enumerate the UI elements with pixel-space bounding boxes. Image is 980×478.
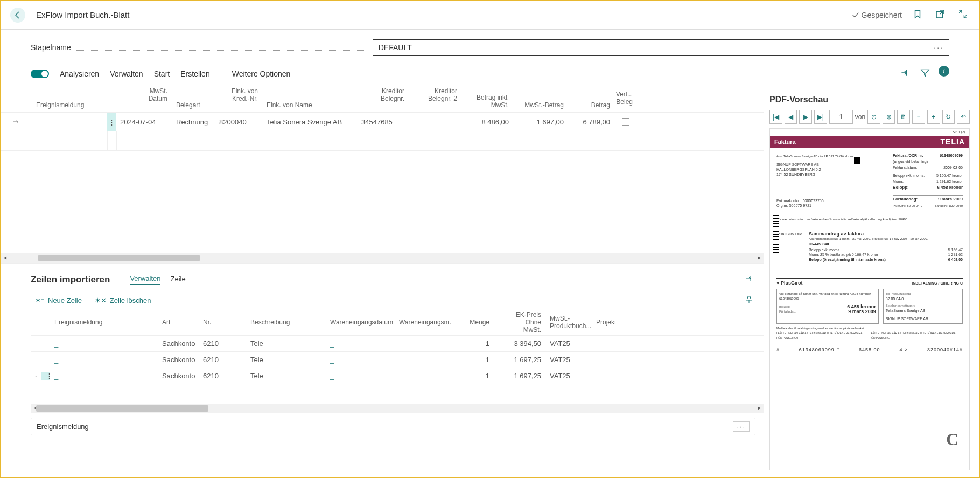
col-kred-beleg2[interactable]: KreditorBelegnr. 2: [409, 87, 461, 112]
info-icon[interactable]: i: [939, 66, 949, 77]
pdf-page-input[interactable]: [829, 110, 853, 124]
footer-more-icon[interactable]: ···: [733, 421, 750, 432]
col-betrag-inkl[interactable]: Betrag inkl.MwSt.: [461, 87, 513, 112]
col2-nr[interactable]: Nr.: [199, 318, 246, 329]
cell-betrag-inkl[interactable]: 8 486,00: [461, 113, 513, 131]
toolbar-more-options[interactable]: Weitere Optionen: [232, 70, 291, 78]
line-beschreibung[interactable]: Tele: [246, 340, 326, 348]
line-ekpreis[interactable]: 1 697,25: [494, 356, 545, 364]
analyze-toggle[interactable]: [31, 70, 49, 78]
col-belegart[interactable]: Belegart: [172, 87, 215, 112]
pdf-first-icon[interactable]: |◀: [769, 110, 782, 124]
popout-icon[interactable]: [933, 7, 947, 23]
tab-zeile[interactable]: Zeile: [170, 275, 185, 285]
col-betrag[interactable]: Betrag: [568, 87, 614, 112]
line-wareneingangsdatum[interactable]: _: [330, 356, 334, 364]
line-row[interactable]: ⋮ _ Sachkonto 6210 Tele _ 1 1 697,25 VAT…: [31, 368, 764, 384]
col-mwst-datum[interactable]: MwSt.Datum: [116, 87, 172, 112]
cell-ereignis[interactable]: _: [36, 118, 40, 126]
col-ereignismeldung[interactable]: Ereignismeldung: [32, 87, 107, 112]
line-beschreibung[interactable]: Tele: [246, 372, 326, 380]
pdf-zoom-out-icon[interactable]: −: [912, 110, 925, 124]
batch-more-icon[interactable]: ···: [934, 43, 943, 52]
line-nr[interactable]: 6210: [199, 356, 246, 364]
line-art[interactable]: Sachkonto: [158, 340, 199, 348]
pdf-next-icon[interactable]: ▶: [799, 110, 812, 124]
col2-ekpreis[interactable]: EK-Preis OhneMwSt.: [494, 311, 545, 337]
col-eink-kred[interactable]: Eink. vonKred.-Nr.: [215, 87, 262, 112]
pdf-prev-icon[interactable]: ◀: [785, 110, 797, 124]
grid1-scrollbar[interactable]: ◄►: [1, 253, 764, 263]
line-menu-icon[interactable]: ⋮: [41, 372, 50, 380]
col2-mwst-prod[interactable]: MwSt.-Produktbuch...: [545, 315, 592, 333]
line-beschreibung[interactable]: Tele: [246, 356, 326, 364]
pin-icon[interactable]: [743, 293, 755, 308]
line-nr[interactable]: 6210: [199, 372, 246, 380]
pdf-zoom-in-icon[interactable]: +: [927, 110, 940, 124]
line-mwst-prod[interactable]: VAT25: [545, 356, 592, 364]
batch-name-input[interactable]: DEFAULT ···: [373, 39, 949, 56]
pdf-last-icon[interactable]: ▶|: [814, 110, 827, 124]
col-mwst-betrag[interactable]: MwSt.-Betrag: [513, 87, 568, 112]
share-icon[interactable]: [898, 66, 912, 81]
col-kred-beleg[interactable]: KreditorBelegnr.: [357, 87, 409, 112]
cell-belegart[interactable]: Rechnung: [172, 113, 215, 131]
row-selector-icon[interactable]: [12, 118, 20, 126]
line-mwst-prod[interactable]: VAT25: [545, 340, 592, 348]
pdf-refresh-icon[interactable]: ↻: [942, 110, 955, 124]
grid-row[interactable]: _ ⋮ 2024-07-04 Rechnung 8200040 Telia So…: [1, 112, 764, 131]
line-art[interactable]: Sachkonto: [158, 356, 199, 364]
line-ekpreis[interactable]: 1 697,25: [494, 372, 545, 380]
new-line-button[interactable]: ✶⁺Neue Zeile: [35, 293, 82, 308]
collapse-icon[interactable]: [956, 7, 970, 23]
pdf-zoom-reset-icon[interactable]: ⊙: [867, 110, 880, 124]
tab-verwalten[interactable]: Verwalten: [130, 274, 160, 285]
cell-eink-name[interactable]: Telia Sonera Sverige AB: [262, 113, 357, 131]
line-ereignis[interactable]: _: [54, 372, 58, 380]
line-wareneingangsdatum[interactable]: _: [330, 340, 334, 348]
cell-date[interactable]: 2024-07-04: [116, 113, 172, 131]
col2-beschreibung[interactable]: Beschreibung: [246, 318, 326, 329]
cell-mwst-betrag[interactable]: 1 697,00: [513, 113, 568, 131]
toolbar-start[interactable]: Start: [154, 70, 170, 78]
line-wareneingangsdatum[interactable]: _: [330, 372, 334, 380]
cell-kred-beleg2[interactable]: [409, 113, 461, 131]
col2-wareneingangsnr[interactable]: Wareneingangsnr.: [395, 318, 452, 329]
pdf-document[interactable]: Sid 1 (2) Faktura TELIA Faktura-/OCR-nr:…: [769, 128, 970, 470]
col2-wareneingangsdatum[interactable]: Wareneingangsdatum: [326, 318, 395, 329]
cell-betrag[interactable]: 6 789,00: [568, 113, 614, 131]
cell-eink-nr[interactable]: 8200040: [215, 113, 262, 131]
line-selector[interactable]: [31, 373, 41, 379]
row-menu-icon[interactable]: ⋮: [107, 113, 116, 131]
line-nr[interactable]: 6210: [199, 340, 246, 348]
pdf-zoom-fit-icon[interactable]: ⊕: [883, 110, 895, 124]
col2-menge[interactable]: Menge: [452, 318, 494, 329]
line-ereignis[interactable]: _: [54, 356, 58, 364]
toolbar-analyze[interactable]: Analysieren: [60, 70, 99, 78]
toolbar-manage[interactable]: Verwalten: [110, 70, 143, 78]
vert-checkbox[interactable]: [622, 118, 629, 126]
col2-ereignis[interactable]: Ereignismeldung: [50, 318, 158, 329]
ereignismeldung-footer[interactable]: Ereignismeldung ···: [31, 418, 755, 435]
share-section-icon[interactable]: [743, 272, 755, 287]
col2-art[interactable]: Art: [158, 318, 199, 329]
grid2-scrollbar[interactable]: ◄►: [31, 404, 764, 413]
line-ekpreis[interactable]: 3 394,50: [494, 340, 545, 348]
pdf-undo-icon[interactable]: ↶: [957, 110, 970, 124]
line-row[interactable]: _ Sachkonto 6210 Tele _ 1 1 697,25 VAT25: [31, 352, 764, 368]
col2-projekt[interactable]: Projekt: [592, 318, 620, 329]
delete-line-button[interactable]: ✶✕Zeile löschen: [95, 293, 151, 308]
line-menge[interactable]: 1: [452, 340, 494, 348]
col-eink-name[interactable]: Eink. von Name: [262, 87, 357, 112]
filter-icon[interactable]: [918, 66, 932, 81]
line-menge[interactable]: 1: [452, 372, 494, 380]
line-row[interactable]: _ Sachkonto 6210 Tele _ 1 3 394,50 VAT25: [31, 336, 764, 352]
toolbar-create[interactable]: Erstellen: [180, 70, 209, 78]
line-art[interactable]: Sachkonto: [158, 372, 199, 380]
line-ereignis[interactable]: _: [54, 340, 58, 348]
pdf-doc-icon[interactable]: 🗎: [897, 110, 910, 124]
line-mwst-prod[interactable]: VAT25: [545, 372, 592, 380]
line-menge[interactable]: 1: [452, 356, 494, 364]
back-button[interactable]: [10, 8, 25, 23]
bookmark-icon[interactable]: [911, 7, 925, 23]
